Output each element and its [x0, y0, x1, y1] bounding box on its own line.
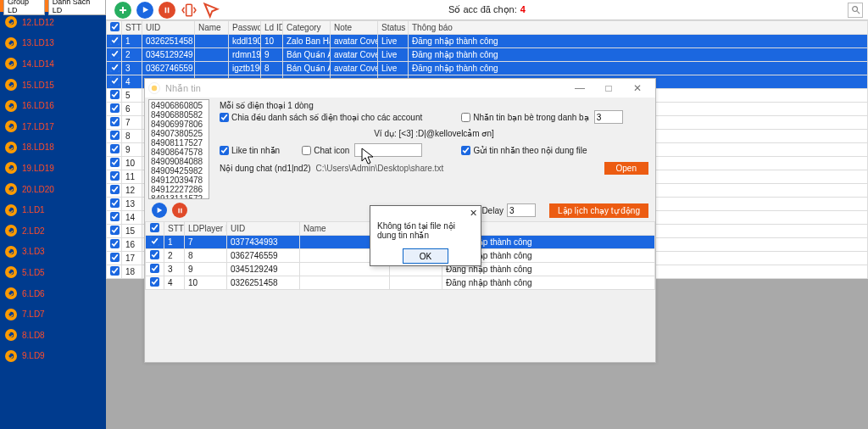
ld-icon — [5, 350, 17, 362]
add-button[interactable] — [114, 2, 131, 19]
alert-dialog: ✕ Không tồn tại file nội dung tin nhắn O… — [370, 205, 481, 266]
main-toolbar: Số acc đã chọn:4 — [106, 0, 868, 20]
chaticon-input[interactable] — [354, 143, 422, 157]
table-header[interactable] — [107, 21, 122, 35]
table-header[interactable]: Thông báo — [409, 21, 868, 35]
ld-icon — [5, 309, 17, 320]
table-row[interactable]: 20345129249rdmn199Bán Quần Áoavatar Cove… — [107, 48, 868, 62]
table-header[interactable]: UID — [227, 222, 300, 236]
example-text: Ví dụ: [<3] :D|@kellovelcảm ơn] — [374, 129, 494, 138]
table-header[interactable]: STT — [122, 21, 142, 35]
sidebar-item-label: 5.LD5 — [22, 268, 45, 277]
ld-icon — [5, 204, 17, 216]
selected-count-label: Số acc đã chọn:4 — [448, 4, 526, 15]
sidebar-item-14[interactable]: 7.LD7 — [0, 304, 106, 325]
ld-icon — [5, 183, 17, 195]
ld-icon — [5, 225, 17, 237]
sidebar-item-label: 1.LD1 — [22, 205, 45, 214]
svg-rect-17 — [186, 4, 192, 16]
sidebar-item-label: 9.LD9 — [22, 351, 45, 360]
sidebar-item-6[interactable]: 18.LD18 — [0, 137, 106, 159]
sidebar-item-13[interactable]: 6.LD6 — [0, 283, 106, 304]
ld-icon — [5, 58, 17, 70]
sidebar-item-10[interactable]: 2.LD2 — [0, 220, 106, 242]
minimize-button[interactable]: — — [565, 79, 594, 98]
sidebar-item-label: 15.LD15 — [22, 81, 54, 90]
sidebar-item-0[interactable]: 12.LD12 — [0, 12, 106, 33]
sidebar-item-label: 16.LD16 — [22, 101, 54, 110]
cursor-icon[interactable] — [203, 2, 220, 19]
dialog-titlebar[interactable]: Nhắn tin — □ ✕ — [145, 79, 655, 98]
ld-icon — [5, 287, 17, 299]
sidebar-item-2[interactable]: 14.LD14 — [0, 53, 106, 75]
alert-close-button[interactable]: ✕ — [470, 208, 477, 219]
delay-input[interactable] — [507, 203, 536, 217]
close-button[interactable]: ✕ — [623, 79, 652, 98]
open-file-button[interactable]: Open — [604, 162, 648, 175]
sidebar-item-label: 6.LD6 — [22, 289, 45, 298]
dialog-pause-button[interactable] — [172, 203, 187, 218]
sidebar-item-label: 12.LD12 — [22, 18, 54, 27]
ld-icon — [5, 162, 17, 174]
sidebar-item-label: 19.LD19 — [22, 164, 54, 173]
sidebar-item-7[interactable]: 19.LD19 — [0, 158, 106, 179]
chk-chaticon[interactable]: Chat icon — [302, 146, 349, 155]
dialog-icon — [148, 82, 160, 94]
table-header[interactable]: Name — [195, 21, 229, 35]
table-header[interactable] — [146, 222, 164, 236]
chk-friends[interactable]: Nhắn tin bạn bè trong danh bạ — [461, 113, 588, 122]
phone-list-textarea[interactable]: 84906860805 84906880582 84906997806 8490… — [148, 99, 209, 199]
table-header[interactable]: Note — [331, 21, 378, 35]
svg-point-19 — [152, 86, 157, 91]
chk-sendfile[interactable]: Gửi tin nhắn theo nội dung file — [461, 146, 587, 155]
svg-point-18 — [852, 7, 857, 12]
ld-icon — [5, 16, 17, 28]
search-button[interactable] — [848, 3, 863, 18]
sidebar-item-1[interactable]: 13.LD13 — [0, 33, 106, 54]
friends-count[interactable] — [594, 110, 623, 124]
table-row[interactable]: 10326251458kddl190…10Zalo Ban Hangavatar… — [107, 35, 868, 48]
sidebar-item-12[interactable]: 5.LD5 — [0, 262, 106, 283]
sidebar-item-label: 2.LD2 — [22, 226, 45, 236]
table-header[interactable]: Password — [229, 21, 261, 35]
delay-label: Delay — [481, 206, 504, 215]
table-header[interactable]: Category — [283, 21, 331, 35]
dialog-play-button[interactable] — [152, 203, 167, 218]
sidebar-item-9[interactable]: 1.LD1 — [0, 199, 106, 220]
table-header[interactable]: Ld ID — [261, 21, 283, 35]
sidebar-item-label: 3.LD3 — [22, 247, 45, 256]
chk-split[interactable]: Chia đều danh sách số điện thoại cho các… — [220, 113, 422, 122]
ld-icon — [5, 37, 17, 49]
sidebar-item-8[interactable]: 20.LD20 — [0, 179, 106, 200]
sidebar-item-label: 13.LD13 — [22, 38, 54, 47]
sidebar-item-4[interactable]: 16.LD16 — [0, 95, 106, 116]
table-header[interactable]: Status — [378, 21, 409, 35]
ld-icon — [5, 79, 17, 91]
sidebar-item-3[interactable]: 15.LD15 — [0, 75, 106, 96]
alert-message: Không tồn tại file nội dung tin nhắn — [370, 206, 481, 243]
maximize-button[interactable]: □ — [594, 79, 623, 98]
sidebar-item-11[interactable]: 3.LD3 — [0, 242, 106, 263]
ld-icon — [5, 266, 17, 278]
table-header[interactable]: UID — [142, 21, 195, 35]
ld-icon — [5, 120, 17, 132]
content-label: Nội dung chat (nd1|nd2) — [220, 164, 311, 173]
alert-ok-button[interactable]: OK — [403, 248, 448, 264]
pause-button[interactable] — [159, 2, 175, 19]
sidebar-item-label: 8.LD8 — [22, 331, 45, 340]
chk-like[interactable]: Like tin nhắn — [220, 146, 280, 155]
sidebar-item-5[interactable]: 17.LD17 — [0, 116, 106, 137]
shake-icon[interactable] — [181, 2, 198, 19]
table-row[interactable]: 4100326251458Đăng nhập thành công — [146, 276, 655, 290]
sidebar-item-label: 20.LD20 — [22, 185, 54, 194]
play-button[interactable] — [136, 2, 153, 19]
sidebar-item-15[interactable]: 8.LD8 — [0, 325, 106, 346]
sidebar-item-16[interactable]: 9.LD9 — [0, 346, 106, 367]
sidebar: Group LD Danh Sách LD 12.LD1213.LD1314.L… — [0, 0, 106, 429]
schedule-button[interactable]: Lập lịch chạy tự động — [549, 203, 648, 218]
table-row[interactable]: 30362746559igztb190…8Bán Quần Áoavatar C… — [107, 62, 868, 75]
sidebar-item-label: 17.LD17 — [22, 122, 54, 131]
table-header[interactable]: LDPlayer ID — [185, 222, 227, 236]
table-header[interactable]: STT — [164, 222, 185, 236]
ld-icon — [5, 329, 17, 341]
